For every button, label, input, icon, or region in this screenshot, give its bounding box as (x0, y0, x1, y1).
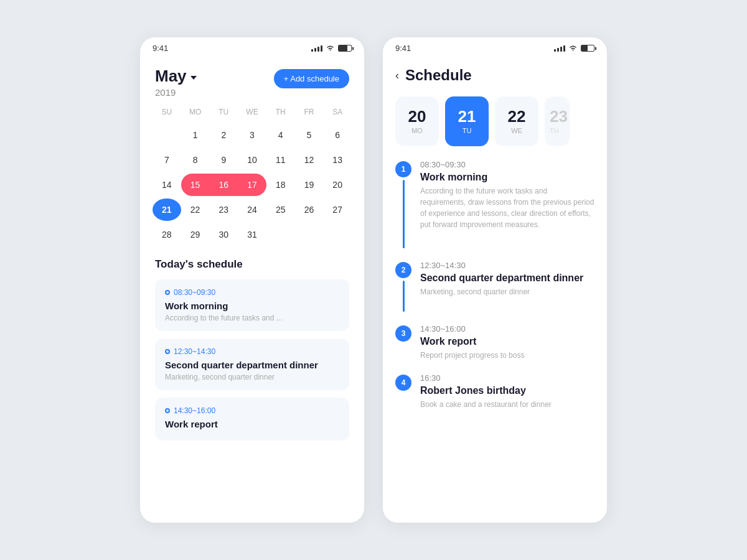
back-button[interactable]: ‹ (395, 69, 399, 82)
day-cell[interactable]: 17 (238, 174, 266, 196)
status-time-left: 9:41 (153, 44, 168, 53)
date-day-21: TU (463, 127, 472, 134)
day-cell[interactable]: 9 (209, 149, 238, 171)
calendar-phone: 9:41 (140, 37, 364, 523)
month-dropdown-arrow[interactable] (190, 76, 197, 80)
card-desc-1: According to the future tasks and ... (165, 314, 339, 322)
day-cell[interactable]: 18 (266, 174, 295, 196)
event-indicator-1: 1 (395, 160, 411, 248)
day-cell[interactable]: 2 (209, 124, 238, 146)
date-item-22[interactable]: 22 WE (495, 96, 538, 146)
day-cell[interactable]: 27 (323, 198, 352, 221)
weekday-fr: FR (295, 104, 324, 120)
day-cell[interactable]: 10 (238, 149, 266, 171)
date-item-20[interactable]: 20 MO (395, 96, 439, 146)
schedule-phone: 9:41 ‹ Schedule (383, 37, 607, 523)
signal-icon (311, 45, 322, 52)
weekday-sa: SA (323, 104, 352, 120)
schedule-header: ‹ Schedule (383, 57, 607, 90)
event-title-4: Robert Jones birthday (420, 385, 552, 396)
day-cell[interactable]: 28 (153, 223, 181, 246)
event-time-2: 12:30~14:30 (420, 261, 583, 270)
weekday-tu: TU (209, 104, 238, 120)
date-day-23: TH (550, 127, 559, 134)
day-cell[interactable]: 22 (181, 198, 210, 221)
card-time-2: 12:30~14:30 (165, 347, 339, 356)
event-desc-4: Book a cake and a restaurant for dinner (420, 399, 552, 410)
day-cell[interactable]: 5 (295, 124, 324, 146)
battery-icon-right (581, 45, 594, 52)
year-text: 2019 (155, 87, 197, 98)
card-title-2: Second quarter department dinner (165, 360, 339, 370)
day-cell[interactable]: 19 (295, 174, 324, 196)
day-cell[interactable]: 24 (238, 198, 266, 221)
event-desc-1: According to the future work tasks and r… (420, 185, 594, 230)
date-selector: 20 MO 21 TU 22 WE 23 TH (383, 90, 607, 156)
date-num-23: 23 (550, 108, 568, 124)
day-cell[interactable]: 14 (153, 174, 181, 196)
add-schedule-button[interactable]: + Add schedule (274, 69, 349, 88)
day-cell[interactable]: 3 (238, 124, 266, 146)
event-content-3: 14:30~16:00 Work report Report project p… (420, 324, 524, 361)
day-cell[interactable]: 7 (153, 149, 181, 171)
day-cell[interactable]: 8 (181, 149, 210, 171)
schedule-card-3[interactable]: 14:30~16:00 Work report (155, 398, 349, 441)
status-icons-right (554, 45, 594, 52)
event-number-1: 1 (395, 161, 411, 177)
card-time-1: 08:30~09:30 (165, 288, 339, 297)
schedule-card-1[interactable]: 08:30~09:30 Work morning According to th… (155, 279, 349, 331)
card-time-3: 14:30~16:00 (165, 406, 339, 415)
signal-icon-right (554, 45, 565, 52)
weekday-su: SU (153, 104, 181, 120)
day-cell[interactable]: 4 (266, 124, 295, 146)
schedule-section-title: Today's schedule (155, 258, 349, 271)
event-indicator-2: 2 (395, 261, 411, 312)
event-row-4: 4 16:30 Robert Jones birthday Book a cak… (395, 373, 594, 410)
weekday-th: TH (266, 104, 295, 120)
day-cell[interactable]: 12 (295, 149, 324, 171)
schedule-page-title: Schedule (405, 67, 472, 84)
wifi-icon (326, 45, 335, 52)
day-cell[interactable]: 30 (209, 223, 238, 246)
event-content-1: 08:30~09:30 Work morning According to th… (420, 160, 594, 230)
schedule-card-2[interactable]: 12:30~14:30 Second quarter department di… (155, 338, 349, 390)
day-cell[interactable]: 11 (266, 149, 295, 171)
day-cell[interactable]: 29 (181, 223, 210, 246)
app-container: 9:41 (115, 12, 632, 548)
status-bar-right: 9:41 (383, 37, 607, 57)
event-title-2: Second quarter department dinner (420, 273, 583, 284)
event-number-4: 4 (395, 375, 411, 391)
event-row-2: 2 12:30~14:30 Second quarter department … (395, 261, 594, 312)
event-number-2: 2 (395, 262, 411, 278)
day-cell[interactable]: 15 (181, 174, 210, 196)
event-desc-2: Marketing, second quarter dinner (420, 286, 583, 297)
schedule-section: Today's schedule 08:30~09:30 Work mornin… (140, 246, 364, 441)
wifi-icon-right (568, 45, 578, 52)
day-cell[interactable]: 26 (295, 198, 324, 221)
day-cell[interactable]: 31 (238, 223, 266, 246)
day-cell[interactable]: 21 (153, 198, 181, 221)
day-cell[interactable]: 23 (209, 198, 238, 221)
day-cell[interactable]: 6 (323, 124, 352, 146)
month-year-block: May 2019 (155, 67, 197, 98)
month-title: May (155, 67, 197, 86)
weekday-we: WE (238, 104, 266, 120)
date-num-21: 21 (458, 108, 476, 124)
status-icons-left (311, 45, 352, 52)
event-desc-3: Report project progress to boss (420, 350, 524, 361)
day-cell[interactable]: 1 (181, 124, 210, 146)
date-item-23-partial[interactable]: 23 TH (545, 96, 570, 146)
day-cell (153, 124, 181, 146)
status-bar-left: 9:41 (140, 37, 364, 57)
date-day-22: WE (511, 127, 522, 134)
connector-1 (403, 180, 405, 248)
status-time-right: 9:41 (395, 44, 411, 53)
day-cell[interactable]: 16 (209, 174, 238, 196)
date-item-21[interactable]: 21 TU (445, 96, 489, 146)
event-row-1: 1 08:30~09:30 Work morning According to … (395, 160, 594, 248)
day-cell[interactable]: 25 (266, 198, 295, 221)
day-cell[interactable]: 20 (323, 174, 352, 196)
days-grid: 1234567891011121314151617181920212223242… (153, 124, 352, 246)
day-cell[interactable]: 13 (323, 149, 352, 171)
event-time-3: 14:30~16:00 (420, 324, 524, 334)
